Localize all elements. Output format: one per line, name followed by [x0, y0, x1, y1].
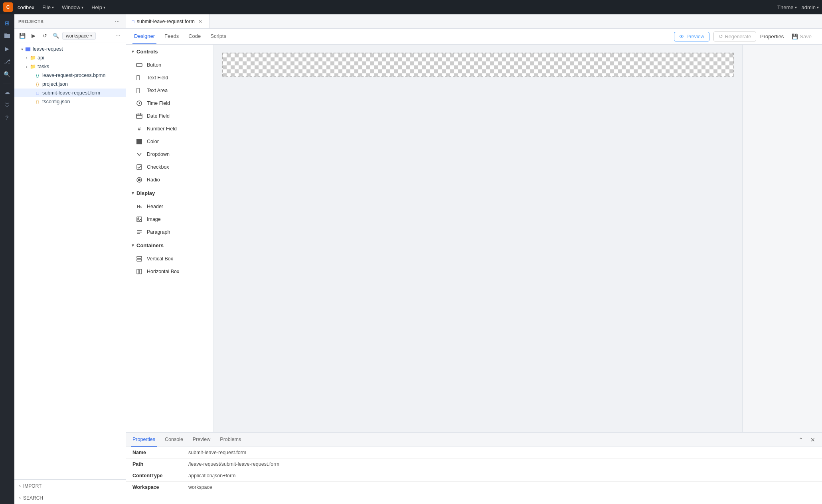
menubar-right: Theme ▾ admin ▾ — [777, 4, 819, 10]
window-menu[interactable]: Window ▾ — [59, 4, 87, 11]
control-number-field[interactable]: # Number Field — [126, 122, 213, 135]
bottom-tab-properties[interactable]: Properties — [131, 433, 157, 447]
control-color[interactable]: Color — [126, 135, 213, 148]
tab-code[interactable]: Code — [187, 29, 202, 44]
property-row-workspace: Workspace workspace — [126, 482, 822, 493]
properties-label: Properties — [760, 33, 784, 39]
property-contenttype-label: ContentType — [132, 473, 188, 478]
tree-item-submit-form[interactable]: › □ submit-leave-request.form — [14, 89, 126, 97]
import-section[interactable]: › IMPORT — [14, 480, 126, 492]
bottom-tab-console[interactable]: Console — [163, 433, 185, 447]
run-file-button[interactable]: ▶ — [29, 31, 38, 41]
control-time-field[interactable]: Time Field — [126, 97, 213, 110]
more-options-button[interactable]: ⋯ — [113, 31, 123, 41]
display-section-header[interactable]: ▾ Display — [126, 186, 213, 200]
sub-toolbar: Designer Feeds Code Scripts 👁 Preview ↺ … — [126, 29, 822, 45]
maximize-panel-button[interactable]: ⌃ — [796, 435, 805, 444]
property-contenttype-value: application/json+form — [188, 473, 235, 478]
control-text-field[interactable]: Text Field — [126, 71, 213, 84]
close-panel-button[interactable]: ✕ — [808, 435, 817, 444]
control-checkbox[interactable]: Checkbox — [126, 161, 213, 173]
controls-chevron-icon: ▾ — [132, 49, 134, 54]
tree-item-project-json[interactable]: › {} project.json — [14, 80, 126, 89]
help-menu[interactable]: Help ▾ — [88, 4, 109, 11]
tree-item-leave-request-label: leave-request — [33, 46, 63, 52]
regenerate-button[interactable]: ↺ Regenerate — [713, 32, 756, 41]
bottom-content: Name submit-leave-request.form Path /lea… — [126, 447, 822, 504]
save-button[interactable]: 💾 Save — [788, 32, 816, 41]
property-workspace-value: workspace — [188, 484, 212, 490]
deploy-icon[interactable]: ☁ — [2, 87, 13, 98]
svg-rect-22 — [137, 256, 142, 258]
control-dropdown[interactable]: Dropdown — [126, 148, 213, 161]
file-menu[interactable]: File ▾ — [39, 4, 57, 11]
file-panel: PROJECTS ⋯ 💾 ▶ ↺ 🔍 workspace ▾ ⋯ ▾ — [14, 14, 126, 504]
svg-point-18 — [138, 218, 139, 219]
collapse-all-icon[interactable]: ⋯ — [113, 17, 122, 26]
bottom-tab-preview[interactable]: Preview — [191, 433, 212, 447]
text-area-icon — [136, 87, 143, 94]
containers-chevron-icon: ▾ — [132, 243, 134, 248]
tab-label: submit-leave-request.form — [137, 19, 195, 24]
tab-close-button[interactable]: ✕ — [197, 18, 204, 25]
project-icon — [25, 46, 31, 52]
property-path-value: /leave-request/submit-leave-request.form — [188, 461, 279, 467]
display-chevron-icon: ▾ — [132, 191, 134, 196]
controls-section-header[interactable]: ▾ Controls — [126, 45, 213, 59]
radio-icon — [136, 176, 143, 183]
bottom-tab-bar: Properties Console Preview Problems ⌃ ✕ — [126, 433, 822, 447]
canvas-dropzone[interactable] — [222, 53, 734, 77]
explorer-icon[interactable] — [2, 30, 13, 41]
chevron-right-icon: › — [24, 56, 30, 60]
chevron-down-icon: ▾ — [19, 47, 25, 51]
control-paragraph[interactable]: Paragraph — [126, 226, 213, 238]
git-icon[interactable]: ⎇ — [2, 56, 13, 67]
json-file-icon: {} — [34, 81, 41, 87]
folder-icon: 📁 — [30, 55, 36, 61]
search-file-button[interactable]: 🔍 — [51, 31, 61, 41]
svg-point-16 — [138, 179, 140, 181]
run-icon[interactable]: ▶ — [2, 43, 13, 54]
tree-item-tasks[interactable]: › 📁 tasks — [14, 62, 126, 71]
tree-item-bpmn[interactable]: › {} leave-request-process.bpmn — [14, 71, 126, 80]
tab-feeds[interactable]: Feeds — [163, 29, 180, 44]
control-text-area[interactable]: Text Area — [126, 84, 213, 97]
workbench-icon[interactable]: ⊞ — [2, 18, 13, 29]
control-date-field[interactable]: Date Field — [126, 110, 213, 122]
containers-section-header[interactable]: ▾ Containers — [126, 238, 213, 252]
file-toolbar: 💾 ▶ ↺ 🔍 workspace ▾ ⋯ — [14, 29, 126, 43]
workspace-select[interactable]: workspace ▾ — [62, 32, 96, 40]
control-vertical-box[interactable]: Vertical Box — [126, 252, 213, 265]
tree-item-api[interactable]: › 📁 api — [14, 53, 126, 62]
search-section[interactable]: › SEARCH — [14, 492, 126, 504]
app-brand: codbex — [18, 4, 34, 10]
control-radio[interactable]: Radio — [126, 173, 213, 186]
theme-menu[interactable]: Theme ▾ — [777, 4, 796, 10]
preview-icon: 👁 — [679, 34, 684, 39]
tree-item-tsconfig[interactable]: › {} tsconfig.json — [14, 97, 126, 106]
refresh-file-button[interactable]: ↺ — [40, 31, 49, 41]
search-sidebar-icon[interactable]: 🔍 — [2, 69, 13, 80]
control-image[interactable]: Image — [126, 213, 213, 226]
bottom-tab-problems[interactable]: Problems — [218, 433, 243, 447]
admin-menu[interactable]: admin ▾ — [802, 4, 819, 10]
property-name-value: submit-leave-request.form — [188, 450, 246, 455]
help-sidebar-icon[interactable]: ? — [2, 112, 13, 123]
property-row-contenttype: ContentType application/json+form — [126, 470, 822, 482]
control-header[interactable]: H₁ Header — [126, 200, 213, 213]
canvas[interactable] — [222, 53, 734, 424]
json-file-icon: {} — [34, 98, 41, 105]
save-file-button[interactable]: 💾 — [18, 31, 27, 41]
svg-rect-24 — [137, 269, 139, 274]
preview-button[interactable]: 👁 Preview — [674, 32, 709, 41]
tree-item-bpmn-label: leave-request-process.bpmn — [42, 73, 105, 78]
security-icon[interactable]: 🛡 — [2, 99, 13, 110]
control-button[interactable]: Button — [126, 59, 213, 71]
tab-scripts[interactable]: Scripts — [209, 29, 228, 44]
control-horizontal-box[interactable]: Horizontal Box — [126, 265, 213, 278]
tree-item-leave-request[interactable]: ▾ leave-request — [14, 45, 126, 53]
vertical-box-icon — [136, 255, 143, 262]
property-row-path: Path /leave-request/submit-leave-request… — [126, 459, 822, 470]
tab-submit-form[interactable]: □ submit-leave-request.form ✕ — [126, 14, 209, 28]
tab-designer[interactable]: Designer — [132, 29, 156, 44]
